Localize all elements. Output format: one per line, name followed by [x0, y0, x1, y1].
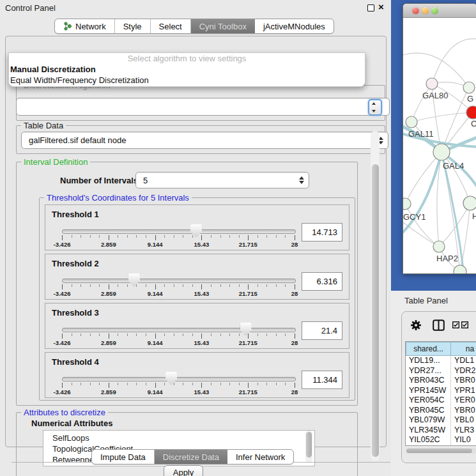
algorithm-select[interactable] — [16, 98, 390, 116]
scrollbar-thumb[interactable] — [372, 164, 379, 457]
network-node-hap2[interactable] — [433, 241, 445, 252]
network-node-gal11[interactable] — [406, 116, 417, 128]
table-row[interactable]: YLR345WYLR3 — [406, 426, 476, 436]
table-cell: YIL052C — [406, 435, 451, 445]
tick-label: 15.43 — [194, 339, 210, 346]
tab-jactivemnodules[interactable]: jActiveMNodules — [255, 19, 334, 33]
table-row[interactable]: YPR145WYPR1 — [406, 386, 476, 396]
algorithm-select-arrows[interactable] — [368, 99, 382, 116]
node-label: GCY1 — [403, 212, 426, 222]
table-row[interactable]: YBR045CYBR0 — [406, 406, 476, 416]
dropdown-item[interactable]: Manual Discretization — [9, 64, 365, 75]
checkbox-icon[interactable] — [452, 321, 459, 328]
network-node-h[interactable] — [463, 196, 476, 210]
column-header[interactable]: shared... — [406, 342, 451, 356]
threshold-list: Threshold 1 -3.4262.8599.14415.4321.7152… — [45, 204, 349, 401]
node-label: H — [472, 211, 476, 221]
table-row[interactable]: YDL19...YDL1 — [406, 356, 476, 366]
threshold-value-field[interactable]: 11.344 — [302, 371, 342, 389]
network-node-g[interactable] — [463, 82, 475, 93]
close-icon[interactable]: × — [378, 1, 384, 12]
network-node-gal80[interactable] — [426, 78, 438, 89]
table-row[interactable]: YIL052CYIL0 — [406, 435, 476, 445]
tab-cyni-toolbox[interactable]: Cyni Toolbox — [191, 19, 255, 33]
dropdown-item[interactable]: Equal Width/Frequency Discretization — [9, 75, 365, 86]
table-row[interactable]: YBL079WYBL0 — [406, 415, 476, 426]
threshold-panel: Threshold 2 -3.4262.8599.14415.4321.7152… — [45, 254, 349, 300]
tick-label: 15.43 — [194, 290, 210, 297]
column-header[interactable]: na — [451, 342, 476, 356]
top-tab-bar: NetworkStyleSelectCyni ToolboxjActiveMNo… — [54, 19, 334, 34]
table-panel: shared...na YDL19...YDL1YDR27...YDR2YBR0… — [401, 311, 476, 463]
table-cell: YLR3 — [451, 426, 476, 436]
tick-label: -3.426 — [54, 339, 71, 346]
number-of-intervals-value: 5 — [143, 176, 148, 185]
network-icon — [63, 22, 72, 31]
node-table[interactable]: shared...na YDL19...YDL1YDR27...YDR2YBR0… — [405, 341, 476, 446]
tab-network[interactable]: Network — [55, 19, 115, 33]
tab-label: Style — [123, 22, 142, 31]
scrollbar-thumb[interactable] — [406, 449, 472, 453]
tick-label: 9.144 — [148, 290, 163, 297]
table-row[interactable]: YDR27...YDR2 — [406, 366, 476, 376]
network-node-gcy1[interactable] — [403, 198, 411, 210]
tick-label: 21.715 — [239, 388, 257, 395]
zoom-traffic-light[interactable] — [431, 7, 438, 14]
thresholds-group: Threshold's Coordinates for 5 Intervals … — [39, 197, 355, 401]
tick-label: 2.859 — [101, 290, 116, 297]
network-window-titlebar[interactable] — [403, 4, 476, 18]
table-data-select[interactable]: galFiltered.sif default node — [21, 132, 388, 149]
scrollbar-thumb[interactable] — [306, 432, 312, 457]
table-cell: YDR27... — [406, 366, 451, 376]
table-cell: YBR0 — [451, 376, 476, 386]
table-cell: YBL079W — [406, 415, 451, 426]
network-node-gal4[interactable] — [433, 144, 450, 160]
table-row[interactable]: YER054CYER0 — [406, 395, 476, 406]
bottom-tab-bar: Impute DataDiscretize DataInfer Network — [91, 449, 294, 464]
network-node-c[interactable] — [466, 106, 476, 119]
tick-label: 15.43 — [194, 388, 210, 395]
tab-impute-data[interactable]: Impute Data — [92, 450, 155, 464]
table-horizontal-scrollbar[interactable] — [406, 448, 476, 454]
threshold-value-field[interactable]: 6.316 — [302, 272, 342, 291]
table-cell: YDL1 — [451, 356, 476, 366]
table-data-selected-value: galFiltered.sif default node — [29, 135, 126, 145]
float-window-icon[interactable] — [367, 4, 374, 12]
tab-style[interactable]: Style — [115, 19, 151, 33]
tab-label: Network — [75, 22, 106, 31]
tick-label: 15.43 — [194, 241, 210, 248]
table-cell: YDR2 — [451, 366, 476, 376]
node-label: GAL11 — [408, 129, 434, 139]
gear-icon[interactable] — [410, 319, 422, 331]
table-row[interactable]: YBR043CYBR0 — [406, 376, 476, 386]
panel-scrollbar[interactable] — [371, 131, 380, 461]
table-rows: YDL19...YDL1YDR27...YDR2YBR043CYBR0YPR14… — [406, 356, 476, 445]
tick-label: 2.859 — [101, 388, 116, 395]
attributes-scrollbar[interactable] — [305, 431, 312, 463]
minimize-traffic-light[interactable] — [422, 7, 429, 14]
apply-button[interactable]: Apply — [164, 465, 203, 476]
network-node[interactable] — [454, 265, 466, 273]
attribute-item[interactable]: SelfLoops — [43, 433, 314, 443]
threshold-panel: Threshold 3 -3.4262.8599.14415.4321.7152… — [45, 303, 349, 349]
node-label: GAL4 — [443, 161, 464, 171]
checkbox-icon[interactable] — [461, 321, 468, 328]
threshold-panel: Threshold 4 -3.4262.8599.14415.4321.7152… — [45, 352, 349, 398]
cyni-toolbox-panel: Discretization Algorithm Table Data galF… — [5, 36, 387, 447]
network-canvas[interactable]: GAL80GCGAL11GAL4GCY1HHAP2 — [403, 18, 476, 273]
tab-discretize-data[interactable]: Discretize Data — [155, 450, 227, 464]
table-cell: YDL19... — [406, 356, 451, 366]
threshold-value-field[interactable]: 21.4 — [302, 321, 342, 340]
tick-label: 9.144 — [148, 388, 163, 395]
tab-label: Discretize Data — [163, 452, 219, 462]
node-label: HAP2 — [436, 254, 458, 263]
threshold-value-field[interactable]: 14.713 — [302, 223, 342, 242]
control-panel-titlebar: Control Panel × — [0, 0, 391, 15]
tab-select[interactable]: Select — [151, 19, 191, 33]
split-view-icon[interactable] — [433, 319, 445, 331]
number-of-intervals-select[interactable]: 5 — [135, 172, 309, 188]
close-traffic-light[interactable] — [412, 7, 419, 14]
tick-label: 9.144 — [148, 339, 163, 346]
up-arrow-icon — [372, 102, 376, 105]
tab-infer-network[interactable]: Infer Network — [227, 450, 293, 464]
